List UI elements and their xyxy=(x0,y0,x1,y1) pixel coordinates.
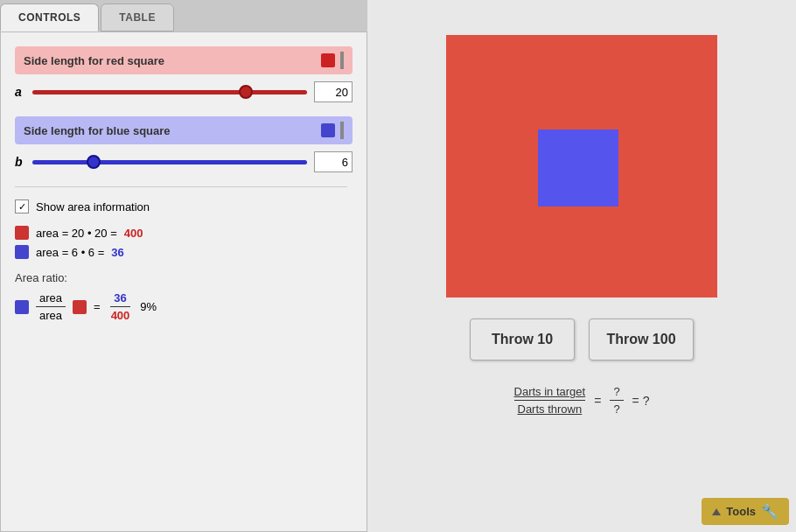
left-panel: Side length for red square a 20 Side len… xyxy=(0,32,367,532)
blue-square xyxy=(538,130,618,206)
checkbox-row: ✓ Show area information xyxy=(15,200,353,214)
blue-slider-section: Side length for blue square b 6 xyxy=(15,116,353,172)
fraction-numerator-value: 36 xyxy=(110,291,129,307)
darts-fraction-row: Darts in target Darts thrown = ? ? = ? xyxy=(514,385,650,416)
tab-table[interactable]: TABLE xyxy=(101,4,174,32)
fraction-red-icon xyxy=(73,300,87,314)
red-area-row: area = 20 • 20 = 400 xyxy=(15,226,353,240)
red-slider-row: a 20 xyxy=(15,81,353,102)
area-info: area = 20 • 20 = 400 area = 6 • 6 = 36 xyxy=(15,226,353,259)
red-area-expr: area = 20 • 20 = xyxy=(36,227,117,240)
blue-slider-row: b 6 xyxy=(15,151,353,172)
tools-wrench-icon: 🔧 xyxy=(761,503,779,520)
darts-numerator: ? xyxy=(610,385,623,401)
blue-slider-var: b xyxy=(15,155,25,169)
fraction-numerator-label: area xyxy=(36,291,66,307)
tools-button[interactable]: Tools 🔧 xyxy=(702,498,789,525)
darts-label-fraction: Darts in target Darts thrown xyxy=(514,385,586,416)
red-color-icon xyxy=(321,53,335,67)
blue-slider-input[interactable] xyxy=(32,160,307,164)
darts-value-fraction: ? ? xyxy=(610,385,623,416)
area-value-fraction: 36 400 xyxy=(108,291,134,322)
throw-100-button[interactable]: Throw 100 xyxy=(589,318,694,360)
blue-color-icon xyxy=(321,123,335,137)
blue-area-value: 36 xyxy=(111,246,123,259)
throw-buttons-row: Throw 10 Throw 100 xyxy=(470,318,694,360)
area-ratio-label: Area ratio: xyxy=(15,271,353,284)
red-slider-label-bar: Side length for red square xyxy=(15,46,353,74)
darts-denominator: ? xyxy=(610,401,623,416)
darts-equals-1: = xyxy=(594,394,601,408)
red-slider-label-text: Side length for red square xyxy=(24,54,164,67)
tools-label: Tools xyxy=(726,505,756,518)
blue-slider-label-bar: Side length for blue square xyxy=(15,116,353,144)
divider xyxy=(15,186,347,187)
blue-slider-value: 6 xyxy=(314,151,353,172)
tab-controls-label: CONTROLS xyxy=(18,11,80,24)
throw-10-button[interactable]: Throw 10 xyxy=(470,318,575,360)
fraction-denominator-value: 400 xyxy=(108,307,134,322)
blue-area-icon xyxy=(15,245,29,259)
show-area-checkbox[interactable]: ✓ xyxy=(15,200,29,214)
area-fraction: area area xyxy=(36,291,66,322)
fraction-blue-icon xyxy=(15,300,29,314)
red-area-icon xyxy=(15,226,29,240)
tab-table-label: TABLE xyxy=(119,11,156,24)
red-slider-var: a xyxy=(15,85,25,99)
blue-label-bar xyxy=(340,122,344,139)
red-slider-input[interactable] xyxy=(32,90,307,94)
red-label-bar xyxy=(340,52,344,69)
tools-triangle-icon xyxy=(712,508,721,515)
blue-slider-label-text: Side length for blue square xyxy=(24,124,171,137)
fraction-row: area area = 36 400 9% xyxy=(15,291,353,322)
red-slider-value: 20 xyxy=(314,81,353,102)
tab-controls[interactable]: CONTROLS xyxy=(0,4,99,32)
right-panel: Throw 10 Throw 100 Darts in target Darts… xyxy=(367,0,796,532)
throw-100-label: Throw 100 xyxy=(606,332,675,346)
red-slider-section: Side length for red square a 20 xyxy=(15,46,353,102)
darts-label-bottom: Darts thrown xyxy=(518,401,583,416)
throw-10-label: Throw 10 xyxy=(492,332,553,346)
darts-label-top: Darts in target xyxy=(514,385,586,401)
blue-area-row: area = 6 • 6 = 36 xyxy=(15,245,353,259)
tab-bar: CONTROLS TABLE xyxy=(0,0,367,32)
percent-value: 9% xyxy=(140,300,157,313)
fraction-denominator-label: area xyxy=(36,307,66,322)
area-ratio-section: Area ratio: area area = 36 400 9% xyxy=(15,271,353,322)
checkbox-label: Show area information xyxy=(36,200,150,214)
red-area-value: 400 xyxy=(124,227,143,240)
darts-result: = ? xyxy=(632,394,650,408)
simulation-canvas xyxy=(446,35,717,298)
equals-sign: = xyxy=(94,300,101,313)
blue-area-expr: area = 6 • 6 = xyxy=(36,246,104,259)
